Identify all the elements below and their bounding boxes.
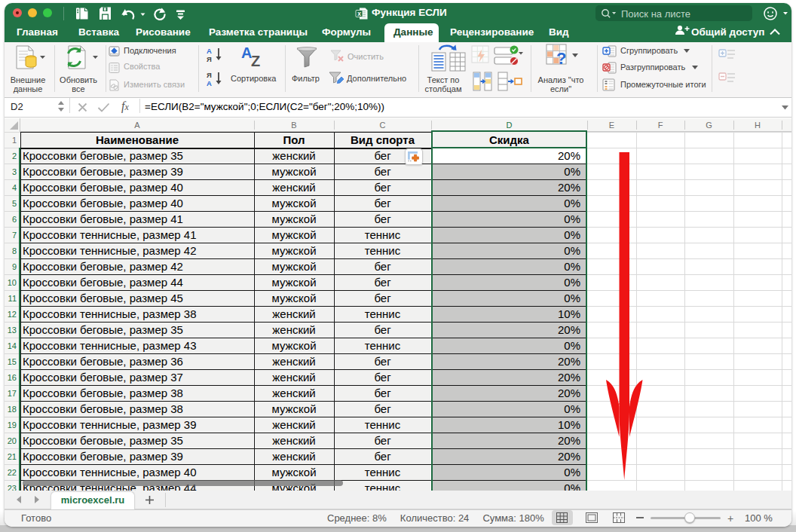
svg-text:x: x xyxy=(357,10,361,17)
svg-text:А: А xyxy=(207,79,212,87)
svg-text:?: ? xyxy=(556,49,566,68)
svg-text:А: А xyxy=(207,47,212,55)
svg-text:Я: Я xyxy=(207,55,212,63)
svg-text:Z: Z xyxy=(251,53,260,69)
svg-text:Я: Я xyxy=(207,71,212,79)
